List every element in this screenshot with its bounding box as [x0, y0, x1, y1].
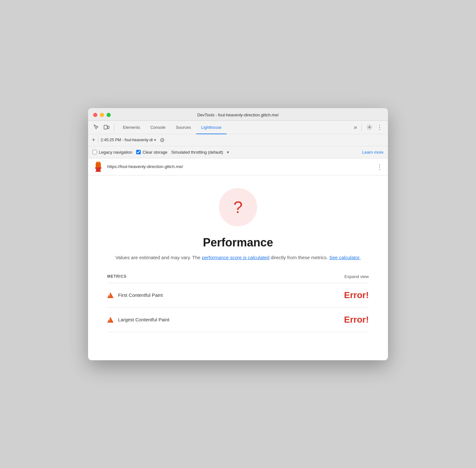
svg-rect-1 — [108, 126, 109, 128]
metric-name-lcp: Largest Contentful Paint — [118, 317, 344, 322]
legacy-navigation-checkbox[interactable]: Legacy navigation — [93, 150, 132, 155]
warning-triangle-fcp — [107, 292, 114, 298]
svg-rect-4 — [96, 163, 101, 167]
minimize-button[interactable] — [100, 113, 104, 117]
svg-rect-0 — [104, 125, 107, 129]
toolbar-separator-2 — [361, 123, 362, 131]
more-options-icon[interactable]: ⋮ — [375, 123, 384, 132]
metrics-label: METRICS — [107, 274, 127, 279]
url-timestamp: 2:45:25 PM - foul-heavenly-di ▾ — [101, 138, 156, 142]
performance-score-link[interactable]: performance score is calculated — [202, 255, 270, 260]
metric-name-fcp: First Contentful Paint — [118, 292, 344, 298]
metrics-header: METRICS Expand view — [107, 274, 369, 279]
device-emulation-icon[interactable] — [102, 123, 111, 132]
url-bar-separator — [98, 137, 98, 143]
description-middle: directly from these metrics. — [269, 255, 329, 260]
url-bar: + 2:45:25 PM - foul-heavenly-di ▾ ⊘ — [88, 134, 388, 146]
tab-sources[interactable]: Sources — [171, 121, 196, 134]
tab-lighthouse[interactable]: Lighthouse — [196, 121, 227, 134]
metric-error-fcp: Error! — [344, 290, 369, 300]
stop-reload-button[interactable]: ⊘ — [160, 136, 165, 143]
throttling-dropdown-icon[interactable]: ▾ — [227, 150, 229, 155]
main-content: ? Performance Values are estimated and m… — [88, 175, 388, 360]
lighthouse-url-bar: https://foul-heavenly-direction.glitch.m… — [88, 158, 388, 175]
metric-error-lcp: Error! — [344, 315, 369, 325]
learn-more-link[interactable]: Learn more — [362, 150, 383, 155]
nav-tabs: Elements Console Sources Lighthouse — [118, 121, 351, 134]
score-circle: ? — [219, 188, 257, 226]
svg-rect-7 — [95, 171, 101, 172]
svg-rect-6 — [96, 169, 100, 171]
close-button[interactable] — [93, 113, 97, 117]
warning-triangle-lcp — [107, 317, 114, 323]
more-tabs-button[interactable]: » — [353, 123, 358, 132]
title-bar: DevTools - foul-heavenly-direction.glitc… — [88, 108, 388, 121]
metric-row-fcp: First Contentful Paint Error! — [107, 283, 369, 308]
options-bar: Legacy navigation Clear storage Simulate… — [88, 146, 388, 158]
performance-title: Performance — [107, 236, 369, 249]
performance-description: Values are estimated and may vary. The p… — [107, 254, 369, 261]
description-text: Values are estimated and may vary. The — [115, 255, 202, 260]
score-question-mark: ? — [234, 199, 243, 216]
browser-window: DevTools - foul-heavenly-direction.glitc… — [88, 108, 388, 360]
add-tab-button[interactable]: + — [92, 137, 95, 143]
clear-storage-input[interactable] — [136, 150, 141, 154]
tab-console[interactable]: Console — [145, 121, 171, 134]
lighthouse-more-button[interactable]: ⋮ — [376, 164, 383, 170]
calculator-link[interactable]: See calculator. — [329, 255, 361, 260]
metric-row-lcp: Largest Contentful Paint Error! — [107, 308, 369, 332]
settings-icon[interactable] — [365, 123, 374, 132]
throttling-label: Simulated throttling (default) — [171, 150, 223, 155]
tab-elements[interactable]: Elements — [118, 121, 145, 134]
inspect-element-icon[interactable] — [92, 123, 101, 132]
lighthouse-url-text: https://foul-heavenly-direction.glitch.m… — [107, 164, 373, 169]
devtools-toolbar: Elements Console Sources Lighthouse » ⋮ — [88, 121, 388, 134]
maximize-button[interactable] — [107, 113, 111, 117]
url-dropdown-icon[interactable]: ▾ — [154, 138, 156, 142]
svg-rect-5 — [95, 167, 101, 169]
lighthouse-icon — [93, 162, 103, 172]
legacy-navigation-input[interactable] — [93, 150, 97, 154]
svg-point-2 — [369, 127, 370, 128]
clear-storage-checkbox[interactable]: Clear storage — [136, 150, 167, 155]
expand-view-button[interactable]: Expand view — [344, 274, 369, 279]
traffic-lights — [93, 113, 111, 117]
window-title: DevTools - foul-heavenly-direction.glitc… — [197, 113, 279, 117]
toolbar-separator-1 — [114, 123, 115, 131]
score-circle-container: ? — [107, 188, 369, 226]
